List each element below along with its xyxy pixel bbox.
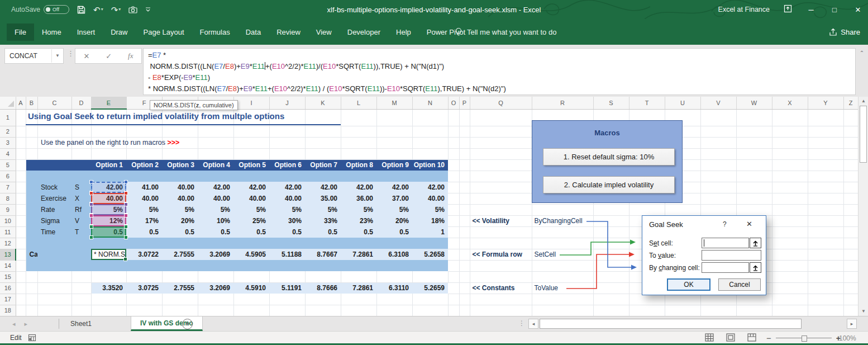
cell-B6[interactable] bbox=[26, 171, 37, 182]
scroll-down-icon[interactable]: ▼ bbox=[859, 307, 868, 316]
cell-H11[interactable]: 0.5 bbox=[198, 226, 233, 238]
cell-I6[interactable] bbox=[233, 171, 269, 182]
cell-N6[interactable] bbox=[412, 171, 448, 182]
cell-L17[interactable] bbox=[341, 294, 376, 305]
cell-F8[interactable]: 40.00 bbox=[126, 193, 162, 204]
cell-O16[interactable] bbox=[448, 282, 459, 294]
cell-Q8[interactable] bbox=[470, 193, 532, 204]
new-sheet-button[interactable]: + bbox=[182, 319, 193, 329]
cell-C9[interactable]: Rate bbox=[37, 204, 71, 215]
cell-S9[interactable] bbox=[593, 204, 629, 215]
cell-I9[interactable]: 5% bbox=[233, 204, 269, 215]
cell-Q6[interactable] bbox=[470, 171, 532, 182]
cell-L6[interactable] bbox=[341, 171, 376, 182]
cell-F9[interactable]: 5% bbox=[126, 204, 162, 215]
cell-E14[interactable] bbox=[91, 260, 126, 271]
cell-B3[interactable] bbox=[26, 137, 37, 148]
cell-M13[interactable]: 6.3108 bbox=[376, 249, 412, 260]
cell-Y6[interactable] bbox=[808, 171, 843, 182]
cell-E18[interactable] bbox=[91, 305, 126, 316]
cell-A6[interactable] bbox=[16, 171, 26, 182]
cell-I13[interactable]: 4.5905 bbox=[233, 249, 269, 260]
cell-T9[interactable] bbox=[629, 204, 665, 215]
cell-Y15[interactable] bbox=[808, 271, 843, 282]
column-header-W[interactable]: W bbox=[736, 97, 772, 109]
cell-M6[interactable] bbox=[376, 171, 412, 182]
column-header-A[interactable]: A bbox=[16, 97, 26, 109]
cell-R18[interactable] bbox=[532, 305, 593, 316]
column-header-U[interactable]: U bbox=[665, 97, 700, 109]
cell-D13[interactable] bbox=[71, 249, 91, 260]
cell-Z4[interactable] bbox=[843, 148, 858, 159]
cell-V7[interactable] bbox=[700, 182, 736, 193]
cell-A16[interactable] bbox=[16, 282, 26, 294]
cell-A5[interactable] bbox=[16, 159, 26, 171]
cell-Z18[interactable] bbox=[843, 305, 858, 316]
cell-X11[interactable] bbox=[772, 226, 808, 238]
cell-P14[interactable] bbox=[459, 260, 470, 271]
cell-Q17[interactable] bbox=[470, 294, 532, 305]
scroll-up-icon[interactable]: ▲ bbox=[859, 97, 868, 106]
cell-M14[interactable] bbox=[376, 260, 412, 271]
cell-A17[interactable] bbox=[16, 294, 26, 305]
cell-I12[interactable] bbox=[233, 238, 269, 249]
cell-W7[interactable] bbox=[736, 182, 772, 193]
cell-D5[interactable] bbox=[71, 159, 91, 171]
cell-M1[interactable] bbox=[376, 109, 412, 126]
cell-D6[interactable] bbox=[71, 171, 91, 182]
cell-J13[interactable]: 5.1188 bbox=[269, 249, 305, 260]
cell-I7[interactable]: 42.00 bbox=[233, 182, 269, 193]
range-handle[interactable] bbox=[125, 214, 127, 217]
vertical-scrollbar[interactable]: ▲ ▼ bbox=[858, 97, 868, 316]
column-header-K[interactable]: K bbox=[305, 97, 341, 109]
cell-G10[interactable]: 20% bbox=[162, 215, 198, 226]
cell-C11[interactable]: Time bbox=[37, 226, 71, 238]
cell-W6[interactable] bbox=[736, 171, 772, 182]
cell-L9[interactable]: 5% bbox=[341, 204, 376, 215]
cell-L18[interactable] bbox=[341, 305, 376, 316]
cell-B2[interactable] bbox=[26, 126, 37, 137]
row-header-16[interactable]: 16 bbox=[0, 282, 16, 294]
cell-X2[interactable] bbox=[772, 126, 808, 137]
cell-N17[interactable] bbox=[412, 294, 448, 305]
cell-K12[interactable] bbox=[305, 238, 341, 249]
cell-N16[interactable]: 5.2659 bbox=[412, 282, 448, 294]
cell-Z6[interactable] bbox=[843, 171, 858, 182]
cell-N10[interactable]: 18% bbox=[412, 215, 448, 226]
cell-J11[interactable]: 0.5 bbox=[269, 226, 305, 238]
ribbon-tab-data[interactable]: Data bbox=[238, 23, 269, 41]
cell-B9[interactable] bbox=[26, 204, 37, 215]
cell-X16[interactable] bbox=[772, 282, 808, 294]
column-header-P[interactable]: P bbox=[459, 97, 470, 109]
cell-V17[interactable] bbox=[700, 294, 736, 305]
page-layout-view-icon[interactable] bbox=[726, 333, 735, 342]
cell-O18[interactable] bbox=[448, 305, 459, 316]
cell-F10[interactable]: 17% bbox=[126, 215, 162, 226]
cell-I10[interactable]: 25% bbox=[233, 215, 269, 226]
cell-J5[interactable]: Option 6 bbox=[269, 159, 305, 171]
cell-O12[interactable] bbox=[448, 238, 459, 249]
cell-K18[interactable] bbox=[305, 305, 341, 316]
cell-P4[interactable] bbox=[459, 148, 470, 159]
cell-Z10[interactable] bbox=[843, 215, 858, 226]
ribbon-tab-help[interactable]: Help bbox=[388, 23, 419, 41]
cell-H12[interactable] bbox=[198, 238, 233, 249]
cell-D9[interactable]: Rf bbox=[71, 204, 91, 215]
cell-Q16[interactable]: << Constants bbox=[470, 282, 532, 294]
cell-X1[interactable] bbox=[772, 109, 808, 126]
cell-N2[interactable] bbox=[412, 126, 448, 137]
cell-B14[interactable] bbox=[26, 260, 37, 271]
cell-X18[interactable] bbox=[772, 305, 808, 316]
cell-A1[interactable] bbox=[16, 109, 26, 126]
enter-entry-icon[interactable]: ✓ bbox=[106, 52, 112, 60]
cell-X7[interactable] bbox=[772, 182, 808, 193]
zoom-slider[interactable] bbox=[776, 338, 832, 338]
cell-I5[interactable]: Option 5 bbox=[233, 159, 269, 171]
cell-C7[interactable]: Stock bbox=[37, 182, 71, 193]
cell-G12[interactable] bbox=[162, 238, 198, 249]
cell-P7[interactable] bbox=[459, 182, 470, 193]
cell-K5[interactable]: Option 7 bbox=[305, 159, 341, 171]
cell-F16[interactable]: 3.0725 bbox=[126, 282, 162, 294]
cell-G6[interactable] bbox=[162, 171, 198, 182]
cell-S11[interactable] bbox=[593, 226, 629, 238]
